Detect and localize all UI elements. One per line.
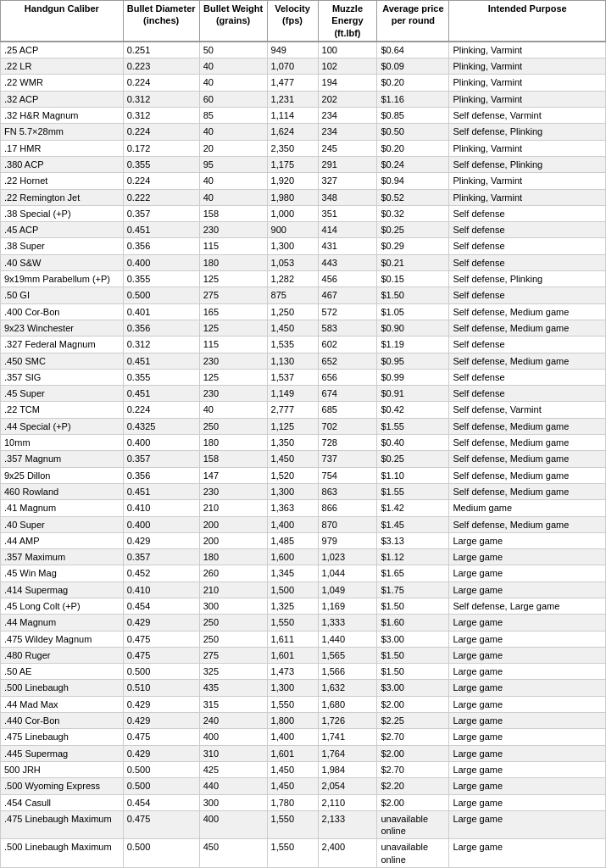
table-cell: 85	[199, 108, 267, 124]
table-cell: 165	[199, 303, 267, 320]
table-cell: 0.356	[123, 320, 199, 336]
table-cell: 702	[318, 418, 377, 434]
table-cell: 250	[199, 418, 267, 434]
table-cell: .445 Supermag	[1, 745, 124, 761]
table-cell: 0.224	[123, 173, 199, 189]
table-cell: .400 Cor-Bon	[1, 303, 124, 320]
table-cell: .475 Linebaugh Maximum	[1, 810, 124, 839]
table-cell: 0.429	[123, 532, 199, 548]
table-cell: 0.312	[123, 337, 199, 353]
table-cell: 115	[199, 238, 267, 254]
table-cell: 0.355	[123, 156, 199, 172]
table-cell: 728	[318, 435, 377, 451]
table-cell: 1,477	[267, 75, 318, 91]
table-row: .440 Cor-Bon0.4292401,8001,726$2.25Large…	[1, 713, 606, 729]
table-cell: 602	[318, 337, 377, 353]
table-cell: $3.13	[377, 532, 449, 548]
table-cell: $0.95	[377, 353, 449, 369]
table-cell: 1,520	[267, 467, 318, 483]
table-cell: 0.410	[123, 581, 199, 598]
table-cell: .380 ACP	[1, 156, 124, 172]
table-cell: 0.410	[123, 500, 199, 516]
table-cell: .40 S&W	[1, 254, 124, 270]
table-cell: .475 Wildey Magnum	[1, 631, 124, 647]
table-cell: 572	[318, 303, 377, 320]
table-cell: $2.25	[377, 713, 449, 729]
table-cell: 460 Rowland	[1, 483, 124, 499]
table-cell: 0.429	[123, 615, 199, 631]
table-cell: Plinking, Varmint	[449, 189, 606, 205]
table-row: .357 Maximum0.3571801,6001,023$1.12Large…	[1, 549, 606, 565]
table-cell: Large game	[449, 532, 606, 548]
table-cell: Self defense	[449, 287, 606, 303]
table-cell: .32 ACP	[1, 91, 124, 107]
table-cell: Self defense, Plinking	[449, 124, 606, 140]
table-cell: $0.20	[377, 140, 449, 156]
table-cell: 115	[199, 337, 267, 353]
table-cell: 431	[318, 238, 377, 254]
table-cell: 0.172	[123, 140, 199, 156]
table-cell: 1,485	[267, 532, 318, 548]
table-cell: .454 Casull	[1, 794, 124, 810]
table-cell: 0.429	[123, 713, 199, 729]
table-cell: 450	[199, 839, 267, 868]
table-cell: 250	[199, 615, 267, 631]
table-row: .22 Remington Jet0.222401,980348$0.52Pli…	[1, 189, 606, 205]
table-cell: .17 HMR	[1, 140, 124, 156]
table-cell: 1,175	[267, 156, 318, 172]
table-row: .357 Magnum0.3571581,450737$0.25Self def…	[1, 451, 606, 467]
table-cell: 1,741	[318, 729, 377, 745]
table-row: .500 Wyoming Express0.5004401,4502,054$2…	[1, 778, 606, 794]
table-cell: .50 GI	[1, 287, 124, 303]
table-cell: $0.32	[377, 205, 449, 221]
table-cell: $1.45	[377, 516, 449, 532]
table-cell: Plinking, Varmint	[449, 173, 606, 189]
caliber-table: Handgun CaliberBullet Diameter (inches)B…	[0, 0, 606, 868]
table-cell: Self defense, Varmint	[449, 402, 606, 418]
table-cell: .50 AE	[1, 664, 124, 680]
table-cell: .500 Wyoming Express	[1, 778, 124, 794]
table-cell: 1,300	[267, 238, 318, 254]
table-cell: 0.355	[123, 369, 199, 385]
table-row: .475 Wildey Magnum0.4752501,6111,440$3.0…	[1, 631, 606, 647]
table-row: .17 HMR0.172202,350245$0.20Plinking, Var…	[1, 140, 606, 156]
table-cell: 0.451	[123, 222, 199, 238]
table-cell: 440	[199, 778, 267, 794]
table-cell: 234	[318, 124, 377, 140]
table-cell: .45 Long Colt (+P)	[1, 598, 124, 614]
table-row: 500 JRH0.5004251,4501,984$2.70Large game	[1, 761, 606, 777]
table-row: .22 TCM0.224402,777685$0.42Self defense,…	[1, 402, 606, 418]
table-cell: .440 Cor-Bon	[1, 713, 124, 729]
table-cell: 1,070	[267, 58, 318, 75]
table-cell: 260	[199, 565, 267, 581]
table-cell: 0.251	[123, 42, 199, 58]
table-cell: 0.400	[123, 435, 199, 451]
table-cell: $0.52	[377, 189, 449, 205]
table-cell: .450 SMC	[1, 353, 124, 369]
table-cell: 900	[267, 222, 318, 238]
table-cell: $1.16	[377, 91, 449, 107]
column-header-col-purpose: Intended Purpose	[449, 1, 606, 42]
table-cell: $2.20	[377, 778, 449, 794]
table-cell: .357 Magnum	[1, 451, 124, 467]
table-row: 9x23 Winchester0.3561251,450583$0.90Self…	[1, 320, 606, 336]
table-cell: 40	[199, 189, 267, 205]
table-cell: 0.429	[123, 696, 199, 712]
table-cell: 230	[199, 222, 267, 238]
table-cell: 0.223	[123, 58, 199, 75]
table-cell: 949	[267, 42, 318, 58]
table-cell: $0.85	[377, 108, 449, 124]
table-cell: $2.00	[377, 696, 449, 712]
table-cell: $1.60	[377, 615, 449, 631]
table-cell: 0.356	[123, 467, 199, 483]
column-header-col-velocity: Velocity (fps)	[267, 1, 318, 42]
table-cell: 50	[199, 42, 267, 58]
table-cell: $0.09	[377, 58, 449, 75]
table-cell: Self defense, Medium game	[449, 320, 606, 336]
table-cell: Self defense, Plinking	[449, 271, 606, 287]
table-cell: 0.451	[123, 386, 199, 402]
table-cell: $0.24	[377, 156, 449, 172]
table-cell: 1,000	[267, 205, 318, 221]
table-cell: 1,550	[267, 839, 318, 868]
table-cell: 240	[199, 713, 267, 729]
